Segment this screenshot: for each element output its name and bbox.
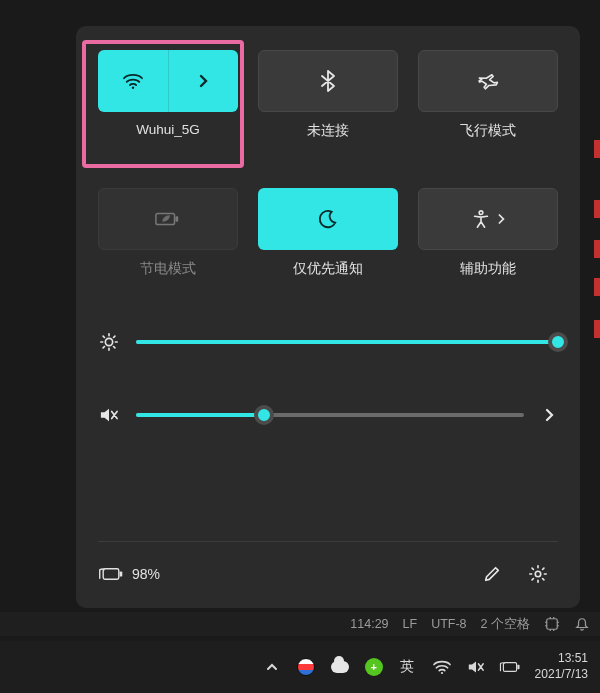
clock-date: 2021/7/13 bbox=[535, 667, 588, 683]
wifi-label: Wuhui_5G bbox=[136, 122, 200, 137]
taskbar: + 英 13:51 2021/7/13 bbox=[0, 641, 600, 693]
chevron-right-icon bbox=[497, 213, 505, 225]
gear-icon bbox=[528, 564, 548, 584]
volume-expand-button[interactable] bbox=[540, 404, 558, 426]
panel-footer: 98% bbox=[98, 541, 558, 594]
svg-rect-2 bbox=[175, 216, 178, 222]
status-eol: LF bbox=[403, 617, 418, 631]
accessibility-tile[interactable] bbox=[418, 188, 558, 250]
moon-icon bbox=[318, 209, 338, 229]
tiles-grid: Wuhui_5G 未连接 飞行模式 bbox=[98, 50, 558, 278]
taskbar-clock[interactable]: 13:51 2021/7/13 bbox=[535, 651, 588, 682]
tray-qq-icon[interactable] bbox=[295, 656, 317, 678]
airplane-tile-wrap: 飞行模式 bbox=[418, 50, 558, 140]
bluetooth-tile[interactable] bbox=[258, 50, 398, 112]
wifi-tile bbox=[98, 50, 238, 112]
svg-rect-10 bbox=[503, 663, 516, 672]
accessibility-label: 辅助功能 bbox=[460, 260, 516, 278]
focus-tile-wrap: 仅优先通知 bbox=[258, 188, 398, 278]
bg-accent bbox=[594, 140, 600, 158]
sliders-section bbox=[98, 332, 558, 426]
status-bell-icon[interactable] bbox=[574, 616, 590, 632]
tray-cloud-icon[interactable] bbox=[329, 656, 351, 678]
brightness-row bbox=[98, 332, 558, 352]
bg-accent bbox=[594, 278, 600, 296]
svg-rect-8 bbox=[547, 619, 558, 630]
volume-fill bbox=[136, 413, 264, 417]
bg-accent bbox=[594, 320, 600, 338]
svg-point-4 bbox=[105, 338, 112, 345]
volume-mute-icon bbox=[98, 406, 120, 424]
editor-statusbar: 114:29 LF UTF-8 2 个空格 bbox=[0, 612, 600, 636]
bluetooth-icon bbox=[321, 70, 335, 92]
tray-wifi-icon[interactable] bbox=[431, 656, 453, 678]
svg-point-9 bbox=[440, 672, 442, 674]
bluetooth-label: 未连接 bbox=[307, 122, 349, 140]
status-extension-icon[interactable] bbox=[544, 616, 560, 632]
svg-rect-6 bbox=[120, 571, 123, 576]
focus-label: 仅优先通知 bbox=[293, 260, 363, 278]
bg-accent bbox=[594, 240, 600, 258]
battery-saver-tile-wrap: 节电模式 bbox=[98, 188, 238, 278]
bluetooth-tile-wrap: 未连接 bbox=[258, 50, 398, 140]
tray-ime-indicator[interactable]: 英 bbox=[397, 656, 419, 678]
wifi-toggle[interactable] bbox=[98, 50, 168, 112]
brightness-thumb[interactable] bbox=[548, 332, 568, 352]
chevron-right-icon bbox=[198, 74, 208, 88]
status-encoding: UTF-8 bbox=[431, 617, 466, 631]
svg-rect-11 bbox=[517, 665, 519, 669]
brightness-slider[interactable] bbox=[136, 340, 558, 344]
status-time: 114:29 bbox=[350, 617, 388, 631]
brightness-icon bbox=[98, 332, 120, 352]
bg-accent bbox=[594, 200, 600, 218]
system-tray: + 英 bbox=[261, 656, 521, 678]
clock-time: 13:51 bbox=[558, 651, 588, 667]
tray-volume-icon[interactable] bbox=[465, 656, 487, 678]
accessibility-tile-wrap: 辅助功能 bbox=[418, 188, 558, 278]
battery-status[interactable]: 98% bbox=[98, 566, 160, 582]
battery-saver-label: 节电模式 bbox=[140, 260, 196, 278]
tray-power-icon[interactable] bbox=[499, 656, 521, 678]
accessibility-icon bbox=[471, 209, 491, 229]
tray-overflow-button[interactable] bbox=[261, 656, 283, 678]
tray-360-icon[interactable]: + bbox=[363, 656, 385, 678]
svg-rect-5 bbox=[103, 569, 119, 579]
battery-percent: 98% bbox=[132, 566, 160, 582]
brightness-fill bbox=[136, 340, 558, 344]
svg-point-7 bbox=[535, 571, 540, 576]
quick-settings-panel: Wuhui_5G 未连接 飞行模式 bbox=[76, 26, 580, 608]
footer-actions bbox=[472, 554, 558, 594]
focus-tile[interactable] bbox=[258, 188, 398, 250]
battery-leaf-icon bbox=[155, 210, 181, 228]
battery-saver-tile[interactable] bbox=[98, 188, 238, 250]
volume-slider[interactable] bbox=[136, 413, 524, 417]
volume-row bbox=[98, 404, 558, 426]
svg-point-3 bbox=[479, 211, 483, 215]
svg-point-0 bbox=[131, 86, 134, 89]
airplane-icon bbox=[477, 71, 499, 91]
wifi-icon bbox=[122, 72, 144, 90]
status-spaces: 2 个空格 bbox=[481, 616, 530, 633]
airplane-label: 飞行模式 bbox=[460, 122, 516, 140]
pencil-icon bbox=[483, 565, 501, 583]
edit-button[interactable] bbox=[472, 554, 512, 594]
settings-button[interactable] bbox=[518, 554, 558, 594]
airplane-tile[interactable] bbox=[418, 50, 558, 112]
wifi-tile-wrap: Wuhui_5G bbox=[98, 50, 238, 140]
wifi-expand-button[interactable] bbox=[168, 50, 239, 112]
battery-charging-icon bbox=[98, 566, 124, 582]
volume-thumb[interactable] bbox=[254, 405, 274, 425]
